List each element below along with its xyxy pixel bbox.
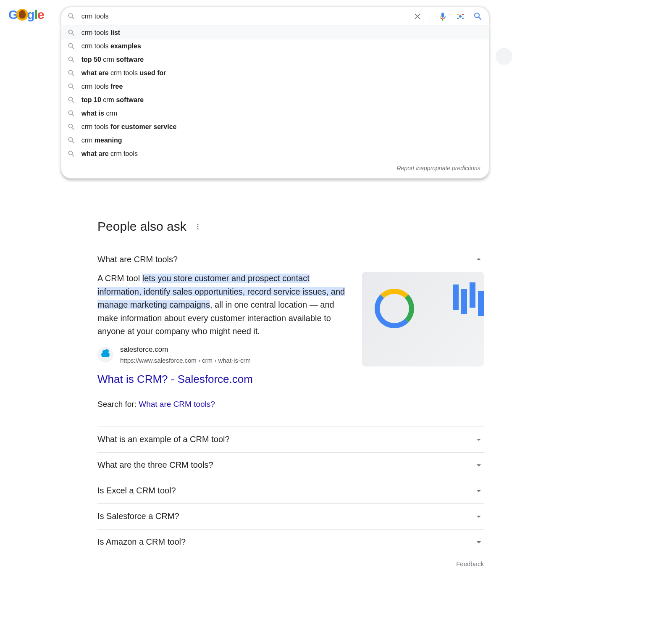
svg-point-7: [197, 228, 198, 229]
search-icon: [67, 136, 76, 145]
paa-question-text: Is Excel a CRM tool?: [97, 486, 176, 495]
search-icon: [67, 123, 76, 131]
paa-question-toggle[interactable]: What are the three CRM tools?: [97, 453, 484, 478]
suggestion-item[interactable]: what are crm tools: [61, 147, 489, 161]
clear-icon[interactable]: [413, 12, 422, 21]
paa-question-text: What are the three CRM tools?: [97, 460, 213, 470]
chevron-down-icon: [474, 435, 484, 445]
search-icon: [67, 29, 76, 37]
search-button-icon[interactable]: [473, 11, 483, 21]
toolbar-chip[interactable]: [496, 48, 512, 65]
search-input[interactable]: [81, 13, 413, 20]
answer-thumbnail[interactable]: [362, 272, 484, 366]
search-icon: [67, 12, 76, 21]
suggestion-item[interactable]: what are crm tools used for: [61, 66, 489, 80]
google-logo[interactable]: Ggle: [8, 8, 44, 22]
paa-item: Is Amazon a CRM tool?: [97, 530, 484, 555]
paa-question-toggle[interactable]: Is Amazon a CRM tool?: [97, 530, 484, 555]
search-icon: [67, 150, 76, 158]
mic-icon[interactable]: [438, 11, 448, 21]
suggestion-text: crm meaning: [81, 137, 122, 144]
svg-point-4: [459, 15, 462, 18]
chevron-up-icon: [474, 254, 484, 264]
search-for-label: Search for:: [97, 400, 139, 408]
suggestion-text: crm tools examples: [81, 42, 141, 50]
feedback-link[interactable]: Feedback: [97, 555, 484, 572]
suggestion-item[interactable]: top 50 crm software: [61, 53, 489, 66]
svg-point-5: [197, 224, 198, 225]
suggestion-item[interactable]: crm tools list: [61, 26, 489, 40]
lens-icon[interactable]: [455, 11, 465, 21]
more-options-icon[interactable]: [194, 223, 202, 230]
chevron-down-icon: [474, 486, 484, 496]
paa-answer-text: A CRM tool lets you store customer and p…: [97, 272, 349, 419]
suggestion-item[interactable]: top 10 crm software: [61, 93, 489, 107]
search-box: [61, 7, 489, 26]
svg-rect-0: [457, 14, 459, 15]
suggestion-text: what is crm: [81, 110, 117, 117]
search-for-link[interactable]: What are CRM tools?: [139, 400, 215, 408]
paa-question-text: What is an example of a CRM tool?: [97, 435, 230, 444]
chevron-down-icon: [474, 537, 484, 547]
paa-item: What is an example of a CRM tool?: [97, 427, 484, 453]
paa-question-text: What are CRM tools?: [97, 255, 178, 264]
suggestion-text: crm tools list: [81, 29, 120, 37]
suggestion-item[interactable]: crm tools for customer service: [61, 120, 489, 134]
divider: [430, 11, 430, 22]
suggestion-item[interactable]: crm meaning: [61, 134, 489, 147]
paa-question-toggle[interactable]: What is an example of a CRM tool?: [97, 427, 484, 452]
suggestion-text: crm tools for customer service: [81, 123, 177, 131]
svg-rect-1: [457, 18, 459, 19]
paa-question-toggle[interactable]: Is Excel a CRM tool?: [97, 478, 484, 503]
paa-question-toggle[interactable]: What are CRM tools?: [97, 247, 484, 272]
suggestions-dropdown: crm tools listcrm tools examplestop 50 c…: [61, 26, 489, 179]
source-title-link[interactable]: What is CRM? - Salesforce.com: [97, 371, 349, 388]
chevron-down-icon: [474, 460, 484, 470]
source-url: https://www.salesforce.com › crm › what-…: [120, 356, 251, 366]
suggestion-text: what are crm tools used for: [81, 69, 166, 77]
paa-item: Is Excel a CRM tool?: [97, 478, 484, 504]
paa-item: Is Salesforce a CRM?: [97, 504, 484, 530]
paa-item: What are the three CRM tools?: [97, 453, 484, 478]
suggestion-text: crm tools free: [81, 83, 123, 90]
search-icon: [67, 82, 76, 91]
search-icon: [67, 55, 76, 64]
svg-rect-3: [462, 18, 464, 19]
paa-question-toggle[interactable]: Is Salesforce a CRM?: [97, 504, 484, 529]
svg-point-6: [197, 226, 198, 227]
divider: [97, 238, 484, 238]
search-icon: [67, 96, 76, 104]
chevron-down-icon: [474, 511, 484, 522]
salesforce-favicon: [97, 347, 113, 363]
paa-question-text: Is Amazon a CRM tool?: [97, 537, 186, 547]
people-also-ask-heading: People also ask: [97, 219, 186, 234]
suggestion-item[interactable]: what is crm: [61, 107, 489, 120]
source-name: salesforce.com: [120, 344, 251, 356]
suggestion-item[interactable]: crm tools examples: [61, 40, 489, 53]
search-icon: [67, 109, 76, 118]
svg-rect-2: [462, 14, 464, 15]
search-icon: [67, 69, 76, 77]
paa-question-text: Is Salesforce a CRM?: [97, 511, 179, 521]
suggestion-item[interactable]: crm tools free: [61, 80, 489, 93]
paa-item-expanded: What are CRM tools? A CRM tool lets you …: [97, 247, 484, 427]
report-predictions-link[interactable]: Report inappropriate predictions: [61, 161, 489, 175]
suggestion-text: top 50 crm software: [81, 56, 144, 63]
search-icon: [67, 42, 76, 50]
suggestion-text: top 10 crm software: [81, 96, 144, 104]
suggestion-text: what are crm tools: [81, 150, 138, 158]
